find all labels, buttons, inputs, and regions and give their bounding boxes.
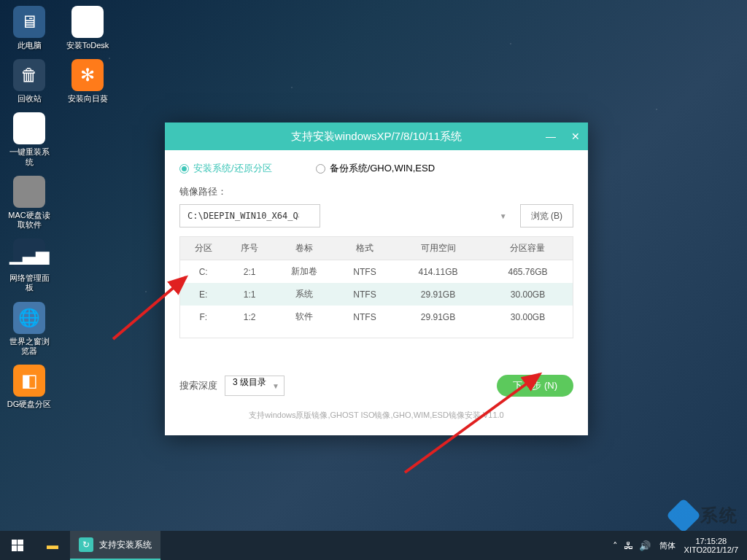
- column-header: 可用空间: [393, 237, 483, 260]
- desktop-icon-browser[interactable]: 🌐世界之窗浏览器: [6, 302, 53, 356]
- radio-dot-icon: [179, 164, 189, 174]
- radio-dot-icon: [316, 164, 325, 174]
- partition-row[interactable]: E:1:1系统NTFS29.91GB30.00GB: [180, 283, 573, 306]
- radio-install-restore[interactable]: 安装系统/还原分区: [179, 162, 272, 175]
- partition-row[interactable]: C:2:1新加卷NTFS414.11GB465.76GB: [180, 260, 573, 284]
- next-button[interactable]: 下一步 (N): [497, 375, 573, 397]
- browser-icon: 🌐: [13, 302, 45, 334]
- column-header: 格式: [336, 237, 393, 260]
- icon-label: 安装ToDesk: [66, 41, 109, 50]
- search-depth-select[interactable]: 3 级目录 ▼: [225, 376, 285, 396]
- radio-backup[interactable]: 备份系统/GHO,WIN,ESD: [316, 162, 435, 175]
- watermark: 系统: [671, 503, 738, 528]
- network-icon[interactable]: 🖧: [624, 540, 633, 551]
- install-dialog: 支持安装windowsXP/7/8/10/11系统 — ✕ 安装系统/还原分区 …: [165, 122, 588, 435]
- mac-icon: [13, 176, 45, 208]
- chevron-up-icon[interactable]: ˄: [613, 540, 618, 551]
- desktop-icon-dg[interactable]: ◧DG硬盘分区: [6, 365, 53, 409]
- browse-button[interactable]: 浏览 (B): [520, 204, 573, 228]
- column-header: 分区容量: [483, 237, 573, 260]
- folder-icon: ▬: [47, 539, 58, 552]
- todesk-icon: ⬢: [71, 6, 104, 38]
- icon-label: MAC硬盘读取软件: [6, 211, 53, 230]
- app-icon: ↻: [79, 537, 93, 552]
- desktop-icon-todesk[interactable]: ⬢安装ToDesk: [64, 6, 111, 50]
- net-icon: ▁▃▅: [13, 238, 45, 271]
- chevron-down-icon: ▼: [272, 382, 279, 390]
- svg-rect-2: [12, 540, 17, 545]
- image-path-label: 镜像路径：: [179, 185, 573, 198]
- dropdown-icon[interactable]: ▼: [500, 212, 507, 220]
- recycle-icon: 🗑: [13, 59, 45, 91]
- desktop-icon-sunflower[interactable]: ✻安装向日葵: [64, 59, 111, 104]
- desktop-icon-mac[interactable]: MAC硬盘读取软件: [6, 176, 53, 230]
- volume-icon[interactable]: 🔊: [639, 540, 651, 551]
- search-depth-label: 搜索深度: [179, 379, 217, 392]
- desktop-icon-pc[interactable]: 🖥此电脑: [6, 6, 53, 50]
- start-button[interactable]: [0, 531, 35, 560]
- dialog-title: 支持安装windowsXP/7/8/10/11系统: [291, 130, 462, 144]
- reinstall-icon: ↻: [13, 112, 45, 144]
- icon-label: 一键重装系统: [6, 147, 53, 166]
- icon-label: DG硬盘分区: [7, 400, 52, 409]
- taskbar-task-installer[interactable]: ↻ 支持安装系统: [70, 531, 160, 560]
- svg-rect-5: [18, 545, 23, 551]
- icon-label: 回收站: [18, 94, 42, 104]
- partition-table: 分区序号卷标格式可用空间分区容量 C:2:1新加卷NTFS414.11GB465…: [180, 237, 573, 328]
- dg-icon: ◧: [13, 365, 45, 397]
- column-header: 序号: [226, 237, 272, 260]
- icon-label: 安装向日葵: [68, 94, 108, 104]
- svg-rect-3: [18, 540, 23, 545]
- taskbar-time[interactable]: 17:15:28: [684, 537, 738, 545]
- svg-rect-4: [12, 545, 17, 551]
- desktop-icon-net[interactable]: ▁▃▅网络管理面板: [6, 238, 53, 292]
- desktop-icon-recycle[interactable]: 🗑回收站: [6, 59, 53, 104]
- sunflower-icon: ✻: [71, 59, 104, 91]
- icon-label: 世界之窗浏览器: [6, 337, 53, 356]
- close-button[interactable]: ✕: [563, 122, 588, 150]
- footer-note: 支持windows原版镜像,GHOST ISO镜像,GHO,WIM,ESD镜像安…: [179, 410, 573, 421]
- minimize-button[interactable]: —: [538, 122, 563, 150]
- icon-label: 此电脑: [18, 41, 42, 50]
- desktop-icon-reinstall[interactable]: ↻一键重装系统: [6, 112, 53, 166]
- taskbar: ▬ ↻ 支持安装系统 ˄ 🖧 🔊 简体 17:15:28 XITO2021/12…: [0, 531, 747, 560]
- partition-row[interactable]: F:1:2软件NTFS29.91GB30.00GB: [180, 306, 573, 328]
- taskbar-date[interactable]: XITO2021/12/7: [684, 545, 738, 554]
- icon-label: 网络管理面板: [6, 273, 53, 292]
- ime-indicator[interactable]: 简体: [659, 540, 676, 551]
- column-header: 卷标: [273, 237, 336, 260]
- file-explorer-button[interactable]: ▬: [35, 531, 70, 560]
- pc-icon: 🖥: [13, 6, 45, 38]
- column-header: 分区: [180, 237, 226, 260]
- image-path-input[interactable]: [179, 204, 320, 228]
- system-tray[interactable]: ˄ 🖧 🔊: [613, 540, 651, 551]
- title-bar: 支持安装windowsXP/7/8/10/11系统 — ✕: [165, 122, 588, 150]
